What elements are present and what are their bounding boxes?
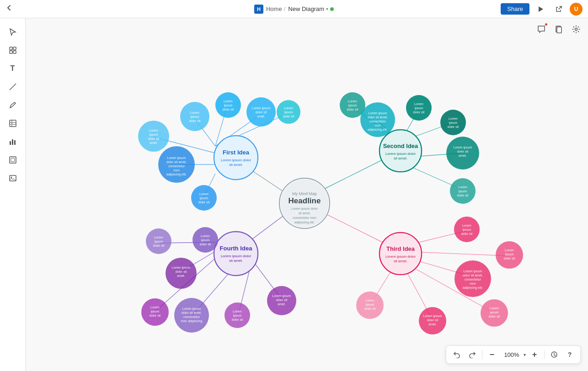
user-avatar[interactable]: U	[570, 3, 583, 16]
pages-button[interactable]	[551, 22, 566, 37]
svg-text:Lorem: Lorem	[154, 236, 163, 239]
zoom-in-button[interactable]: +	[528, 348, 541, 361]
comment-button[interactable]	[534, 22, 549, 37]
svg-text:consectetur: consectetur	[183, 315, 200, 318]
svg-text:dolor sit: dolor sit	[223, 108, 234, 111]
svg-text:dolor sit: dolor sit	[256, 111, 267, 114]
svg-text:Lorem ipsum dolor: Lorem ipsum dolor	[385, 152, 416, 156]
shapes-tool[interactable]	[5, 42, 21, 58]
svg-point-59	[215, 137, 257, 179]
svg-text:ipsum: ipsum	[459, 190, 467, 193]
svg-text:Lorem ipsum dolor: Lorem ipsum dolor	[221, 158, 251, 162]
svg-text:dolor sit: dolor sit	[283, 115, 294, 118]
svg-text:Lorem: Lorem	[449, 117, 458, 120]
svg-text:Lorem: Lorem	[490, 307, 499, 310]
svg-text:ipsum: ipsum	[348, 104, 357, 107]
svg-text:sit amet.: sit amet.	[229, 163, 243, 167]
svg-text:amet.: amet.	[257, 115, 265, 118]
svg-text:Lorem: Lorem	[224, 100, 233, 103]
play-button[interactable]	[533, 2, 548, 16]
canvas[interactable]: My Mind Map Headline Lorem ipsum dolor s…	[26, 18, 588, 371]
svg-point-64	[380, 131, 421, 171]
zoom-percentage: 100%	[501, 351, 523, 358]
svg-text:dolor sit: dolor sit	[347, 108, 358, 111]
zoom-dropdown-button[interactable]: ▾	[524, 352, 526, 357]
svg-text:amet.: amet.	[459, 154, 467, 157]
svg-text:Lorem ipsum: Lorem ipsum	[369, 111, 387, 115]
header-left	[5, 4, 13, 14]
svg-text:adipiscing elit.: adipiscing elit.	[166, 173, 187, 176]
undo-button[interactable]	[450, 348, 464, 361]
help-button[interactable]: ?	[563, 348, 577, 361]
svg-text:First Idea: First Idea	[223, 149, 250, 156]
svg-text:Lorem ipsum: Lorem ipsum	[167, 156, 186, 160]
frame-tool[interactable]	[5, 152, 21, 168]
svg-rect-5	[13, 47, 16, 50]
svg-text:consectetur: consectetur	[369, 120, 386, 123]
svg-text:adipiscing elit.: adipiscing elit.	[368, 128, 388, 132]
svg-text:ipsum: ipsum	[449, 121, 458, 125]
svg-text:ipsum: ipsum	[150, 133, 158, 137]
svg-rect-7	[13, 51, 16, 53]
status-indicator	[330, 7, 334, 11]
svg-text:dolor sit: dolor sit	[232, 318, 243, 321]
svg-text:amet.: amet.	[278, 302, 286, 306]
pen-tool[interactable]	[5, 97, 21, 113]
text-tool[interactable]: T	[5, 60, 21, 77]
zoom-level-display: 100% ▾	[501, 351, 526, 358]
settings-button[interactable]	[569, 22, 583, 37]
canvas-toolbar-right	[534, 22, 583, 37]
svg-text:dolor sit amet,: dolor sit amet,	[368, 116, 388, 119]
svg-text:Lorem: Lorem	[348, 100, 357, 103]
breadcrumb-home[interactable]: Home	[266, 5, 282, 12]
table-tool[interactable]	[5, 115, 21, 132]
breadcrumb-separator: /	[284, 5, 286, 12]
svg-text:ipsum: ipsum	[366, 303, 374, 307]
svg-text:amet.: amet.	[177, 274, 185, 277]
svg-line-8	[10, 84, 16, 90]
left-toolbar: T	[0, 18, 26, 371]
line-tool[interactable]	[5, 79, 21, 95]
history-button[interactable]	[547, 348, 561, 361]
svg-text:dolor sit: dolor sit	[461, 232, 473, 235]
header-right: Share U	[501, 2, 583, 16]
svg-text:mon: mon	[173, 169, 180, 172]
diagram-name: New Diagram ▾	[288, 5, 334, 12]
svg-text:consectetur mon: consectetur mon	[293, 216, 316, 219]
redo-button[interactable]	[465, 348, 479, 361]
svg-text:mon: mon	[374, 124, 381, 127]
svg-rect-13	[10, 141, 11, 145]
svg-text:Lorem ipsum: Lorem ipsum	[252, 106, 271, 110]
svg-text:Lorem: Lorem	[190, 111, 199, 114]
svg-text:consectetur: consectetur	[168, 164, 185, 168]
svg-text:Lorem ipsum: Lorem ipsum	[423, 314, 442, 318]
svg-text:Lorem: Lorem	[414, 102, 423, 106]
svg-point-69	[380, 233, 421, 274]
svg-text:Lorem: Lorem	[199, 192, 208, 196]
svg-text:dolor sit: dolor sit	[153, 244, 165, 247]
svg-text:Lorem: Lorem	[505, 249, 514, 252]
svg-text:dolor sit: dolor sit	[176, 270, 187, 273]
share-button[interactable]: Share	[501, 3, 529, 15]
toolbar-divider	[482, 350, 482, 359]
svg-text:Lorem: Lorem	[458, 186, 467, 189]
bottom-toolbar: − 100% ▾ + ?	[446, 345, 581, 364]
svg-text:ipsum: ipsum	[151, 310, 160, 313]
svg-text:dolor sit: dolor sit	[198, 201, 210, 204]
zoom-out-button[interactable]: −	[485, 348, 499, 361]
svg-point-74	[215, 233, 257, 275]
svg-text:dolor sit: dolor sit	[276, 298, 288, 302]
diagram-name-text[interactable]: New Diagram	[288, 5, 324, 12]
chart-tool[interactable]	[5, 133, 21, 150]
dropdown-icon[interactable]: ▾	[326, 6, 328, 11]
export-button[interactable]	[551, 2, 566, 16]
toolbar-divider-2	[544, 350, 545, 359]
svg-point-127	[446, 137, 479, 170]
svg-text:dolor sit: dolor sit	[364, 307, 376, 310]
svg-text:Headline: Headline	[289, 196, 321, 205]
svg-text:Lorem ipsum: Lorem ipsum	[172, 266, 191, 270]
select-tool[interactable]	[5, 24, 21, 40]
svg-text:dolor sit: dolor sit	[189, 119, 201, 122]
media-tool[interactable]	[5, 170, 21, 186]
back-button[interactable]	[5, 4, 13, 14]
